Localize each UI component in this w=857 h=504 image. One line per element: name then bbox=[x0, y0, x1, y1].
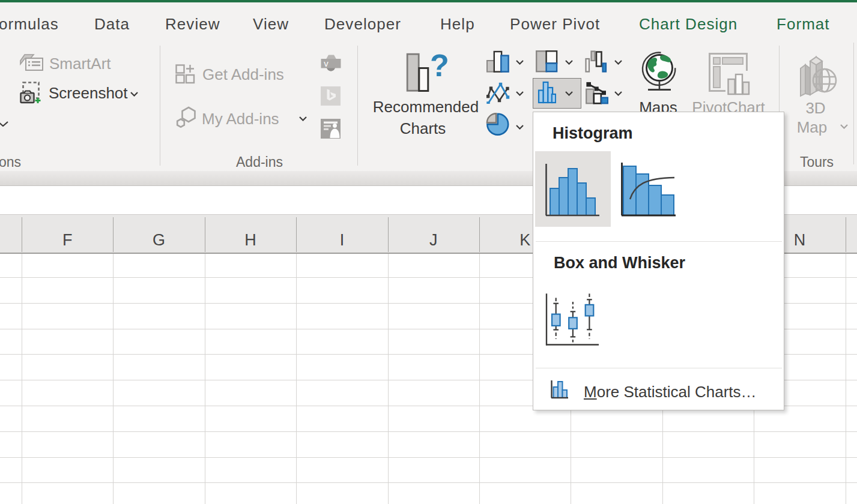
svg-text:v: v bbox=[324, 58, 329, 68]
